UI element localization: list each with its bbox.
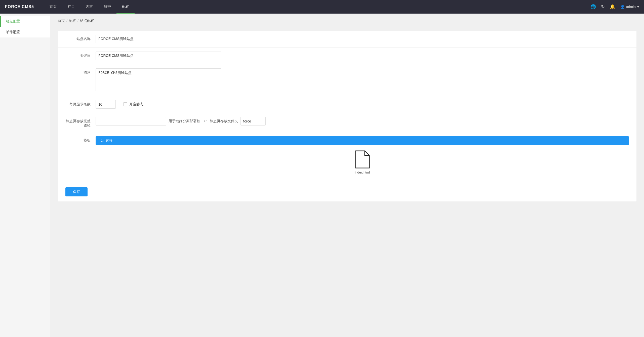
template-label: 模板 (65, 136, 96, 143)
static-folder-input[interactable] (240, 117, 266, 125)
sidebar-item-site-config[interactable]: 站点配置 (0, 16, 50, 27)
user-menu[interactable]: 👤 admin ▾ (620, 5, 639, 9)
enable-static-checkbox[interactable] (123, 102, 127, 106)
static-path-hint: 用于动静分离部署如：C: (169, 119, 207, 123)
description-field: FORCE CMS测试站点 (96, 68, 629, 92)
chevron-down-icon: ▾ (637, 5, 639, 9)
breadcrumb: 首页 / 配置 / 站点配置 (58, 19, 636, 26)
navbar-right: 🌐 ↻ 🔔 👤 admin ▾ (590, 4, 639, 10)
save-row: 保存 (58, 182, 636, 201)
keywords-field (96, 52, 629, 60)
file-icon (355, 150, 370, 168)
navbar: FORCE CMS5 首页 栏目 内容 维护 配置 🌐 ↻ 🔔 👤 admin … (0, 0, 644, 14)
site-name-label: 站点名称 (65, 35, 96, 41)
static-path-input[interactable] (96, 117, 166, 125)
username: admin (626, 5, 636, 9)
save-button[interactable]: 保存 (65, 187, 88, 196)
select-template-button[interactable]: 🗂 选择 (96, 136, 629, 145)
per-page-input[interactable] (96, 100, 116, 109)
brand: FORCE CMS5 (5, 5, 34, 9)
site-name-field (96, 35, 629, 43)
content-area: 首页 / 配置 / 站点配置 站点名称 关键词 (50, 14, 644, 337)
nav-bar: 首页 栏目 内容 维护 配置 (44, 0, 590, 14)
breadcrumb-sep2: / (77, 19, 78, 23)
breadcrumb-home[interactable]: 首页 (58, 19, 65, 23)
static-folder-label: 静态页存放文件夹 (210, 119, 238, 123)
nav-item-column[interactable]: 栏目 (62, 0, 80, 14)
breadcrumb-current: 站点配置 (80, 19, 94, 23)
enable-static-label: 开启静态 (129, 102, 143, 107)
sidebar-item-mail-config[interactable]: 邮件配置 (0, 27, 50, 37)
sidebar: 站点配置 邮件配置 (0, 14, 50, 337)
per-page-row: 每页显示条数 开启静态 (58, 96, 636, 113)
template-row: 模板 🗂 选择 (58, 132, 636, 182)
keywords-input[interactable] (96, 52, 221, 60)
nav-item-config[interactable]: 配置 (116, 0, 135, 14)
nav-item-home[interactable]: 首页 (44, 0, 62, 14)
user-icon: 👤 (620, 5, 625, 9)
template-thumbnail: index.html (96, 150, 629, 174)
site-name-row: 站点名称 (58, 31, 636, 48)
template-filename: index.html (355, 171, 370, 174)
static-path-field: 用于动静分离部署如：C: 静态页存放文件夹 (96, 117, 629, 125)
static-switch: 开启静态 (123, 102, 143, 107)
breadcrumb-sep1: / (66, 19, 67, 23)
template-field: 🗂 选择 index.html (96, 136, 629, 174)
static-path-label: 静态页存放完整路径 (65, 117, 96, 128)
globe-icon[interactable]: 🌐 (590, 4, 596, 10)
site-name-input[interactable] (96, 35, 221, 43)
nav-item-content[interactable]: 内容 (80, 0, 98, 14)
refresh-icon[interactable]: ↻ (601, 4, 605, 10)
per-page-field: 开启静态 (96, 100, 629, 109)
description-row: 描述 FORCE CMS测试站点 (58, 64, 636, 96)
static-path-row: 静态页存放完整路径 用于动静分离部署如：C: 静态页存放文件夹 (58, 113, 636, 132)
breadcrumb-config[interactable]: 配置 (69, 19, 76, 23)
description-textarea[interactable]: FORCE CMS测试站点 (96, 68, 221, 91)
keywords-label: 关键词 (65, 52, 96, 58)
description-label: 描述 (65, 68, 96, 75)
main-wrapper: 站点配置 邮件配置 首页 / 配置 / 站点配置 站点名称 (0, 14, 644, 337)
form-card: 站点名称 关键词 描述 FORCE CMS测试站点 (58, 31, 636, 201)
layers-icon: 🗂 (100, 139, 104, 143)
keywords-row: 关键词 (58, 48, 636, 64)
nav-item-maintenance[interactable]: 维护 (98, 0, 116, 14)
bell-icon[interactable]: 🔔 (610, 4, 615, 10)
per-page-label: 每页显示条数 (65, 100, 96, 107)
